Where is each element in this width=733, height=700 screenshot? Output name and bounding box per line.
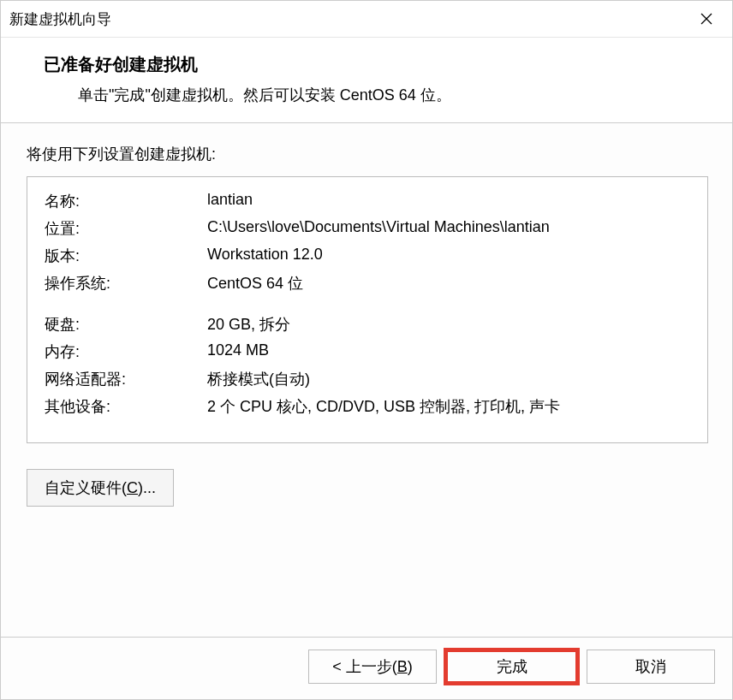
disk-label: 硬盘: [45,314,207,335]
network-label: 网络适配器: [45,369,207,389]
customize-hardware-button[interactable]: 自定义硬件(C)... [27,469,174,507]
header-title: 已准备好创建虚拟机 [44,53,715,76]
intro-text: 将使用下列设置创建虚拟机: [27,144,708,164]
settings-row-other: 其他设备: 2 个 CPU 核心, CD/DVD, USB 控制器, 打印机, … [45,396,690,417]
wizard-dialog: 新建虚拟机向导 已准备好创建虚拟机 单击"完成"创建虚拟机。然后可以安装 Cen… [0,0,733,700]
name-label: 名称: [45,191,207,211]
other-label: 其他设备: [45,396,207,417]
settings-row-network: 网络适配器: 桥接模式(自动) [45,369,690,389]
memory-label: 内存: [45,341,207,362]
version-label: 版本: [45,246,207,266]
settings-row-memory: 内存: 1024 MB [45,341,690,362]
customize-prefix: 自定义硬件( [45,479,127,496]
back-button[interactable]: < 上一步(B) [308,650,437,684]
disk-value: 20 GB, 拆分 [207,314,690,335]
customize-key: C [127,479,138,496]
os-value: CentOS 64 位 [207,273,690,294]
location-value: C:\Users\love\Documents\Virtual Machines… [207,218,690,239]
finish-button[interactable]: 完成 [445,650,578,684]
os-label: 操作系统: [45,273,207,294]
titlebar: 新建虚拟机向导 [1,1,732,38]
settings-row-os: 操作系统: CentOS 64 位 [45,273,690,294]
header-section: 已准备好创建虚拟机 单击"完成"创建虚拟机。然后可以安装 CentOS 64 位… [1,38,732,123]
name-value: lantian [207,191,690,211]
back-key: B [397,658,408,675]
memory-value: 1024 MB [207,341,690,362]
header-subtitle: 单击"完成"创建虚拟机。然后可以安装 CentOS 64 位。 [44,85,715,105]
settings-row-version: 版本: Workstation 12.0 [45,246,690,266]
other-value: 2 个 CPU 核心, CD/DVD, USB 控制器, 打印机, 声卡 [207,396,690,417]
back-suffix: ) [408,658,413,675]
settings-row-location: 位置: C:\Users\love\Documents\Virtual Mach… [45,218,690,239]
settings-summary-box: 名称: lantian 位置: C:\Users\love\Documents\… [27,176,708,443]
content-section: 将使用下列设置创建虚拟机: 名称: lantian 位置: C:\Users\l… [1,123,732,637]
customize-suffix: )... [138,479,156,496]
settings-row-disk: 硬盘: 20 GB, 拆分 [45,314,690,335]
cancel-button[interactable]: 取消 [587,650,715,684]
back-prefix: < 上一步( [332,658,397,675]
footer-section: < 上一步(B) 完成 取消 [1,637,732,699]
version-value: Workstation 12.0 [207,246,690,266]
network-value: 桥接模式(自动) [207,369,690,389]
close-icon[interactable] [689,6,724,32]
location-label: 位置: [45,218,207,239]
settings-row-name: 名称: lantian [45,191,690,211]
window-title: 新建虚拟机向导 [9,9,111,29]
